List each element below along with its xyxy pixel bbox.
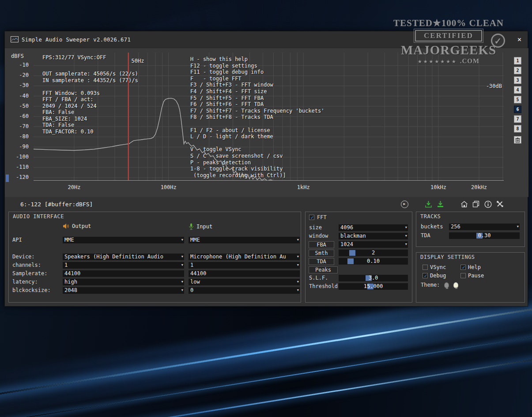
- tda-toggle[interactable]: TDA: [309, 258, 334, 265]
- input-channels-field[interactable]: 1: [189, 262, 300, 269]
- y-axis-label: dBFS: [11, 53, 24, 59]
- debug-checkbox[interactable]: [423, 273, 428, 278]
- help-checkbox[interactable]: [460, 265, 466, 270]
- fft-window-dropdown[interactable]: blackman: [339, 233, 408, 239]
- smth-toggle[interactable]: Smth: [309, 250, 334, 257]
- output-device-field[interactable]: Speakers (High Definition Audio: [63, 254, 184, 260]
- level-marker-label: -30dB: [486, 83, 502, 89]
- close-button[interactable]: ✕: [517, 35, 521, 43]
- checkbox-row-help[interactable]: Help: [460, 264, 481, 270]
- input-samplerate-field[interactable]: 44100: [189, 270, 300, 277]
- input-latency-field[interactable]: low: [189, 279, 300, 285]
- track-button-6[interactable]: 6: [514, 106, 521, 113]
- y-tick-label: -40: [5, 93, 29, 99]
- input-api-field[interactable]: MME: [189, 237, 300, 243]
- checkbox-row-debug[interactable]: Debug: [423, 273, 446, 279]
- pause-checkbox[interactable]: [460, 273, 466, 278]
- smth-slider[interactable]: 2: [339, 250, 408, 256]
- clear-tracks-button[interactable]: [514, 136, 521, 144]
- tracks-tda-slider[interactable]: 0.30: [449, 232, 520, 239]
- play-icon: ▶: [401, 201, 408, 208]
- watermark-stars: ★★★★★★★: [418, 59, 457, 64]
- play-button[interactable]: ▶: [400, 200, 408, 208]
- peaks-toggle[interactable]: Peaks: [309, 266, 338, 273]
- threshold-slider[interactable]: 15.000: [339, 283, 408, 290]
- tda-slider[interactable]: 0.10: [339, 258, 408, 265]
- output-blckocksize-field[interactable]: 2048: [63, 287, 184, 294]
- debug-line: FFT Window: 0.093s: [42, 90, 138, 97]
- row-label-samplerate: Samplerate:: [12, 270, 47, 277]
- track-button-4[interactable]: 4: [514, 86, 521, 94]
- fft-size-dropdown[interactable]: 4096: [339, 224, 408, 231]
- slf-slider[interactable]: 3.0: [339, 275, 408, 281]
- vsync-checkbox[interactable]: [423, 265, 428, 270]
- y-tick-label: -20: [5, 72, 29, 78]
- output-header: Output: [63, 223, 91, 229]
- input-device-field[interactable]: Microphone (High Definition Au: [189, 254, 300, 260]
- track-marker: [6, 174, 9, 182]
- debug-line: FBA: False: [42, 109, 138, 116]
- debug-line: TDA: False: [42, 122, 138, 129]
- info-button[interactable]: [484, 200, 492, 208]
- threshold-value: 15.000: [339, 283, 408, 290]
- y-tick-label: -100: [5, 154, 29, 160]
- theme-row: Theme:: [421, 282, 458, 288]
- track-button-1[interactable]: 1: [514, 57, 521, 64]
- x-tick-label: 10kHz: [423, 184, 454, 190]
- light-theme-bulb-icon[interactable]: [453, 282, 458, 288]
- background-streak: [0, 322, 532, 417]
- y-tick-label: -50: [5, 103, 29, 109]
- y-tick-label: -90: [5, 144, 29, 150]
- output-samplerate-field[interactable]: 44100: [63, 270, 184, 277]
- input-blckocksize-field[interactable]: 0: [189, 287, 300, 294]
- dark-theme-bulb-icon[interactable]: [444, 282, 449, 288]
- buckets-label: buckets: [421, 224, 443, 230]
- trash-icon: [515, 137, 520, 143]
- y-tick-label: -60: [5, 113, 29, 119]
- output-latency-field[interactable]: high: [63, 279, 184, 285]
- y-tick-label: -110: [5, 164, 29, 170]
- tools-button[interactable]: [496, 200, 504, 208]
- checkbox-row-pause[interactable]: Pause: [460, 273, 484, 279]
- checkbox-row-vsync[interactable]: VSync: [423, 264, 446, 270]
- fft-window-label: window: [309, 233, 328, 239]
- track-button-8[interactable]: 8: [514, 125, 521, 133]
- output-channels-field[interactable]: 1: [63, 262, 184, 269]
- audio-interface-panel: AUDIO INTERFACE Output Input APIMMEMMEDe…: [8, 212, 301, 303]
- help-line: F3 / Shift+F3 - FFT window: [190, 82, 324, 88]
- watermark-stars-row: ★★★★★★★ .COM: [392, 57, 505, 65]
- track-button-7[interactable]: 7: [514, 115, 521, 123]
- audio-interface-title: AUDIO INTERFACE: [13, 213, 64, 220]
- debug-line: 2049 / 1024 / 524: [42, 103, 138, 110]
- save-screenshot-button[interactable]: [424, 200, 432, 208]
- save-screenshot-icon: [425, 201, 432, 208]
- display-settings-panel: DISPLAY SETTINGS VSyncHelpDebugPause The…: [416, 252, 525, 303]
- fba-toggle[interactable]: FBA: [309, 241, 334, 248]
- background-streak: [0, 294, 532, 404]
- output-header-label: Output: [72, 223, 91, 229]
- row-label-api: API: [12, 237, 22, 243]
- help-line: [190, 121, 324, 127]
- save-csv-button[interactable]: [436, 200, 444, 208]
- debug-line: [42, 64, 138, 71]
- fft-size-label: size: [309, 224, 322, 231]
- output-api-field[interactable]: MME: [63, 237, 184, 243]
- fft-enable-checkbox[interactable]: [309, 215, 314, 220]
- track-button-5[interactable]: 5: [514, 96, 521, 103]
- windows-button[interactable]: [472, 200, 480, 208]
- input-header: Input: [189, 223, 212, 230]
- smth-value: 2: [339, 250, 408, 256]
- threshold-label: Threshold: [309, 283, 338, 290]
- help-line: F1 / F2 - about / license: [190, 127, 324, 134]
- home-button[interactable]: [460, 200, 468, 208]
- debug-line: TDA_FACTOR: 0.10: [42, 129, 138, 135]
- fba-size-dropdown[interactable]: 1024: [339, 241, 408, 248]
- help-line: F4 / Shift+F4 - FFT size: [190, 88, 324, 95]
- row-label-channels: channels:: [12, 262, 41, 269]
- track-button-3[interactable]: 3: [514, 76, 521, 84]
- watermark-tested-text: TESTED★100% CLEAN: [392, 18, 505, 29]
- row-label-blckocksize: blckocksize:: [12, 287, 51, 294]
- buckets-dropdown[interactable]: 256: [449, 224, 520, 230]
- fft-panel-title: FFT: [317, 214, 327, 221]
- track-button-2[interactable]: 2: [514, 67, 521, 74]
